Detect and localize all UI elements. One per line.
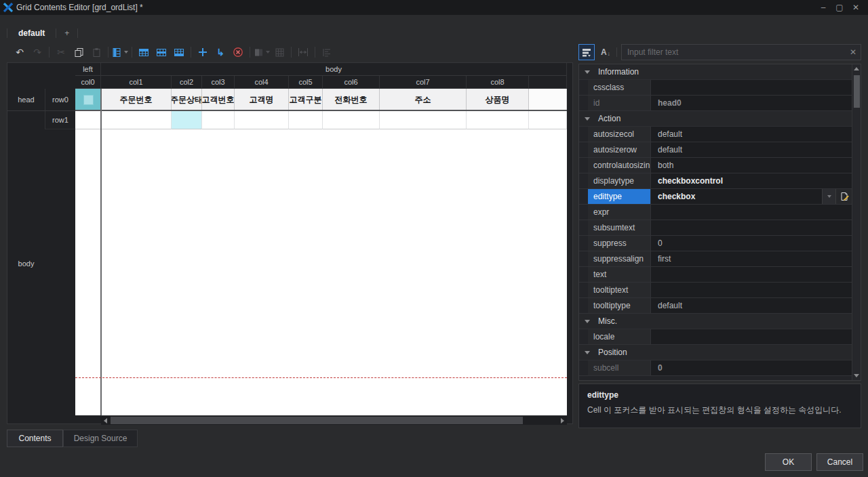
- row-header-row0[interactable]: row0: [45, 89, 75, 111]
- body-cell-col2-highlighted[interactable]: [172, 111, 202, 129]
- collapse-arrow-icon[interactable]: [585, 320, 590, 323]
- head-cell-col3[interactable]: 고객번호: [202, 89, 235, 111]
- col-header-col3[interactable]: col3: [202, 76, 235, 89]
- collapse-arrow-icon[interactable]: [585, 351, 590, 354]
- prop-value[interactable]: default: [651, 142, 852, 157]
- grid-design-surface[interactable]: left body col0 col1 col2 col3 col4 col5 …: [7, 62, 573, 424]
- prop-row-tooltiptype[interactable]: tooltiptype default: [579, 298, 852, 314]
- clear-filter-icon[interactable]: ✕: [850, 47, 856, 57]
- prop-value[interactable]: default: [651, 127, 852, 142]
- prop-value[interactable]: 0: [651, 236, 852, 251]
- prop-value[interactable]: both: [651, 158, 852, 173]
- add-summary-row-icon[interactable]: [170, 45, 188, 60]
- prop-row-cssclass[interactable]: cssclass: [579, 80, 852, 96]
- prop-row-autosizerow[interactable]: autosizerow default: [579, 142, 852, 158]
- prop-row-controlautosizing[interactable]: controlautosizin both: [579, 158, 852, 173]
- frozen-band-divider[interactable]: [100, 89, 102, 415]
- scroll-down-icon[interactable]: [852, 371, 861, 380]
- col-header-col7[interactable]: col7: [380, 76, 467, 89]
- body-cell-col3[interactable]: [202, 111, 235, 129]
- head-cell-col7[interactable]: 주소: [380, 89, 467, 111]
- head-cell-checkbox-selected[interactable]: [75, 89, 101, 111]
- prop-value[interactable]: [651, 329, 852, 344]
- scrollbar-thumb[interactable]: [854, 75, 860, 108]
- alphabetical-sort-button[interactable]: A↓: [597, 44, 614, 60]
- section-misc[interactable]: Misc.: [579, 314, 852, 329]
- prop-value[interactable]: [651, 80, 852, 95]
- col-header-col8[interactable]: col8: [467, 76, 529, 89]
- horizontal-scrollbar[interactable]: [101, 415, 567, 425]
- prop-row-tooltiptext[interactable]: tooltiptext: [579, 283, 852, 298]
- maximize-button[interactable]: ▢: [831, 0, 848, 15]
- band-header-body[interactable]: body: [101, 63, 567, 76]
- col-header-col4[interactable]: col4: [235, 76, 289, 89]
- prop-row-autosizecol[interactable]: autosizecol default: [579, 127, 852, 142]
- head-cell-col8[interactable]: 상품명: [467, 89, 529, 111]
- col-header-col0[interactable]: col0: [75, 76, 101, 89]
- prop-value[interactable]: first: [651, 251, 852, 266]
- head-cell-col6[interactable]: 전화번호: [323, 89, 380, 111]
- scroll-right-icon[interactable]: [558, 416, 567, 425]
- prop-value[interactable]: [651, 267, 852, 282]
- scroll-up-icon[interactable]: [852, 64, 861, 73]
- prop-row-suppress[interactable]: suppress 0: [579, 236, 852, 251]
- tab-default[interactable]: default: [7, 24, 56, 42]
- scrollbar-thumb[interactable]: [111, 417, 523, 424]
- prop-row-displaytype[interactable]: displaytype checkboxcontrol: [579, 173, 852, 189]
- filter-input[interactable]: Input filter text ✕: [621, 44, 861, 60]
- prop-value[interactable]: [651, 220, 852, 235]
- head-cell-col1[interactable]: 주문번호: [101, 89, 172, 111]
- prop-value[interactable]: [651, 283, 852, 297]
- delete-cell-icon[interactable]: [229, 45, 247, 60]
- undo-icon[interactable]: ↶: [11, 45, 28, 60]
- vertical-scrollbar[interactable]: [852, 64, 861, 380]
- add-cell-icon[interactable]: [194, 45, 212, 60]
- head-cell-col2[interactable]: 주문상태: [172, 89, 202, 111]
- band-header-left[interactable]: left: [75, 63, 101, 76]
- body-cell-col6[interactable]: [323, 111, 380, 129]
- tab-contents[interactable]: Contents: [7, 430, 63, 447]
- body-cell-col7[interactable]: [380, 111, 467, 129]
- prop-value[interactable]: default: [651, 298, 852, 313]
- prop-row-subsumtext[interactable]: subsumtext: [579, 220, 852, 236]
- move-cell-icon[interactable]: ↳: [212, 45, 229, 60]
- col-header-col1[interactable]: col1: [101, 76, 172, 89]
- add-tab-button[interactable]: +: [56, 24, 77, 42]
- section-information[interactable]: Information: [579, 64, 852, 80]
- copy-icon[interactable]: [70, 45, 87, 60]
- edittype-editor-button[interactable]: [835, 189, 852, 204]
- add-body-row-icon[interactable]: [153, 45, 170, 60]
- band-settings-icon[interactable]: [111, 45, 129, 60]
- ok-button[interactable]: OK: [765, 453, 812, 471]
- prop-row-suppressalign[interactable]: suppressalign first: [579, 251, 852, 267]
- head-cell-col4[interactable]: 고객명: [235, 89, 289, 111]
- prop-value[interactable]: [651, 205, 852, 220]
- prop-row-edittype-selected[interactable]: edittype checkbox: [579, 189, 852, 205]
- grid-canvas[interactable]: [75, 89, 567, 415]
- collapse-arrow-icon[interactable]: [585, 117, 590, 121]
- prop-value[interactable]: checkboxcontrol: [651, 173, 852, 188]
- dropdown-caret-icon[interactable]: [124, 51, 128, 54]
- edittype-dropdown-button[interactable]: [822, 189, 835, 204]
- col-header-col5[interactable]: col5: [289, 76, 323, 89]
- prop-row-expr[interactable]: expr: [579, 205, 852, 220]
- head-cell-col5[interactable]: 고객구분: [289, 89, 323, 111]
- minimize-button[interactable]: –: [815, 0, 831, 15]
- body-cell-col5[interactable]: [289, 111, 323, 129]
- col-header-col6[interactable]: col6: [323, 76, 380, 89]
- body-cell-col4[interactable]: [235, 111, 289, 129]
- categorized-view-button[interactable]: [578, 44, 595, 60]
- scroll-left-icon[interactable]: [101, 416, 110, 425]
- prop-value[interactable]: checkbox: [651, 189, 822, 204]
- body-cell-col0[interactable]: [75, 111, 101, 129]
- col-header-col2[interactable]: col2: [172, 76, 202, 89]
- head-cell-extra[interactable]: [529, 89, 567, 111]
- row-band-body[interactable]: body: [7, 111, 45, 415]
- body-cell-col1[interactable]: [101, 111, 172, 129]
- collapse-arrow-icon[interactable]: [585, 70, 590, 74]
- add-head-row-icon[interactable]: [135, 45, 153, 60]
- section-position[interactable]: Position: [579, 345, 852, 360]
- tab-design-source[interactable]: Design Source: [63, 430, 138, 447]
- row-header-row1[interactable]: row1: [45, 111, 75, 129]
- body-cell-extra[interactable]: [529, 111, 567, 129]
